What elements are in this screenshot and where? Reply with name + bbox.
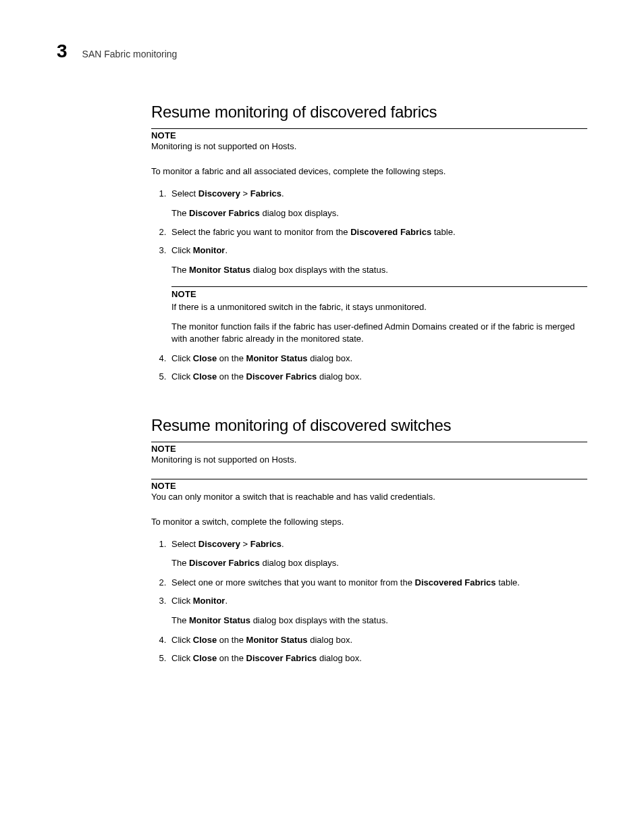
step-body: The Discover Fabrics dialog box displays… (171, 557, 587, 570)
step-text: Click Close on the Discover Fabrics dial… (171, 653, 362, 663)
note-block: NOTE If there is a unmonitored switch in… (171, 286, 587, 314)
step-body: The Monitor Status dialog box displays w… (171, 264, 587, 277)
step-text: Click Monitor. (171, 245, 227, 255)
step-item: Click Monitor. The Monitor Status dialog… (169, 244, 587, 346)
step-text: Click Monitor. (171, 596, 227, 606)
step-item: Click Close on the Discover Fabrics dial… (169, 371, 587, 384)
step-text: Click Close on the Monitor Status dialog… (171, 635, 352, 645)
step-body: The monitor function fails if the fabric… (171, 321, 587, 346)
note-block: NOTE Monitoring is not supported on Host… (151, 442, 587, 467)
chapter-number: 3 (57, 41, 68, 62)
note-text: If there is a unmonitored switch in the … (171, 301, 587, 314)
intro-paragraph: To monitor a fabric and all associated d… (151, 165, 587, 178)
steps-list: Select Discovery > Fabrics. The Discover… (151, 188, 587, 384)
note-label: NOTE (151, 130, 587, 140)
note-label: NOTE (151, 444, 587, 454)
page: 3 SAN Fabric monitoring Resume monitorin… (0, 0, 644, 710)
intro-paragraph: To monitor a switch, complete the follow… (151, 516, 587, 529)
note-block: NOTE Monitoring is not supported on Host… (151, 128, 587, 153)
running-title: SAN Fabric monitoring (82, 49, 178, 59)
main-content: Resume monitoring of discovered fabrics … (151, 103, 587, 664)
step-item: Click Close on the Monitor Status dialog… (169, 634, 587, 647)
step-item: Click Close on the Discover Fabrics dial… (169, 652, 587, 665)
step-text: Click Close on the Monitor Status dialog… (171, 353, 352, 363)
running-header: 3 SAN Fabric monitoring (57, 41, 587, 62)
step-text: Select one or more switches that you wan… (171, 577, 520, 588)
note-label: NOTE (171, 288, 587, 301)
section-heading: Resume monitoring of discovered switches (151, 416, 587, 435)
step-body: The Discover Fabrics dialog box displays… (171, 207, 587, 220)
section-heading: Resume monitoring of discovered fabrics (151, 103, 587, 122)
step-item: Select the fabric you want to monitor fr… (169, 226, 587, 239)
step-item: Click Close on the Monitor Status dialog… (169, 353, 587, 365)
step-item: Select Discovery > Fabrics. The Discover… (169, 188, 587, 220)
step-item: Click Monitor. The Monitor Status dialog… (169, 595, 587, 627)
step-text: Select Discovery > Fabrics. (171, 539, 284, 549)
step-text: Click Close on the Discover Fabrics dial… (171, 371, 362, 382)
note-text: Monitoring is not supported on Hosts. (151, 140, 587, 153)
note-text: You can only monitor a switch that is re… (151, 491, 587, 504)
step-text: Select Discovery > Fabrics. (171, 188, 284, 199)
steps-list: Select Discovery > Fabrics. The Discover… (151, 538, 587, 665)
step-item: Select Discovery > Fabrics. The Discover… (169, 538, 587, 571)
note-block: NOTE You can only monitor a switch that … (151, 479, 587, 504)
step-body: The Monitor Status dialog box displays w… (171, 615, 587, 627)
note-text: Monitoring is not supported on Hosts. (151, 454, 587, 467)
note-label: NOTE (151, 481, 587, 491)
step-item: Select one or more switches that you wan… (169, 577, 587, 590)
step-text: Select the fabric you want to monitor fr… (171, 227, 456, 237)
